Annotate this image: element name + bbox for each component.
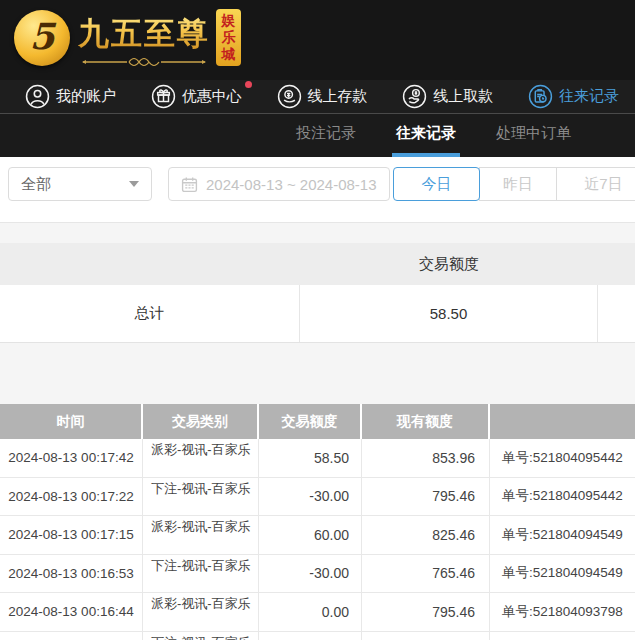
table-rows: 2024-08-13 00:17:42 派彩-视讯-百家乐 58.50 853.… xyxy=(0,439,635,640)
yesterday-button[interactable]: 昨日 xyxy=(479,167,557,201)
user-icon xyxy=(25,84,50,109)
cell-order: 单号:521804095442 xyxy=(490,478,635,516)
nav-item-my-account[interactable]: 我的账户 xyxy=(25,84,116,109)
main-nav: 我的账户 优惠中心 线上存款 线上取款 xyxy=(0,80,635,114)
nav-item-label: 我的账户 xyxy=(56,87,116,106)
table-header-row: 时间 交易类别 交易额度 现有额度 xyxy=(0,404,635,439)
subtab-bar: 投注记录 往来记录 处理中订单 xyxy=(0,114,635,157)
cell-balance: 853.96 xyxy=(362,439,490,477)
col-header-order xyxy=(490,404,635,439)
cell-amount: -30.00 xyxy=(259,478,362,516)
cell-amount: 58.50 xyxy=(259,439,362,477)
transactions-table: 时间 交易类别 交易额度 现有额度 2024-08-13 00:17:42 派彩… xyxy=(0,404,635,640)
cell-order: 单号:521804094549 xyxy=(490,555,635,593)
logo-mark-icon: 5 xyxy=(14,10,70,66)
nav-item-promo-center[interactable]: 优惠中心 xyxy=(151,84,242,109)
badge-char: 城 xyxy=(222,46,236,63)
cell-category: 派彩-视讯-百家乐 xyxy=(143,593,259,631)
cell-order xyxy=(490,632,635,640)
cell-time: 2024-08-13 00:17:15 xyxy=(0,516,143,554)
today-button-label: 今日 xyxy=(422,175,452,194)
type-select[interactable]: 全部 xyxy=(8,167,152,201)
table-row: 2024-08-13 00:16:44 派彩-视讯-百家乐 0.00 795.4… xyxy=(0,593,635,632)
col-header-category: 交易类别 xyxy=(143,404,259,439)
cell-category: 下注-视讯-百家乐 xyxy=(143,632,259,640)
col-header-time: 时间 xyxy=(0,404,143,439)
quick-date-buttons: 今日 昨日 近7日 xyxy=(393,167,635,201)
today-button[interactable]: 今日 xyxy=(393,167,480,201)
cell-balance: 795.46 xyxy=(362,478,490,516)
cell-amount xyxy=(259,632,362,640)
cell-balance: 765.46 xyxy=(362,555,490,593)
withdraw-hand-icon xyxy=(402,84,427,109)
cell-order: 单号:521804095442 xyxy=(490,439,635,477)
table-row: 2024-08-13 00:16:53 下注-视讯-百家乐 -30.00 765… xyxy=(0,555,635,594)
nav-item-online-withdraw[interactable]: 线上取款 xyxy=(402,84,493,109)
subtab-processing-orders[interactable]: 处理中订单 xyxy=(492,114,575,157)
cell-time: 2024-08-13 00:17:42 xyxy=(0,439,143,477)
date-range-input[interactable]: 2024-08-13 ~ 2024-08-13 xyxy=(168,167,390,201)
flourish-ornament xyxy=(81,56,207,68)
subtab-label: 往来记录 xyxy=(396,124,456,143)
table-row: 2024-08-13 00:17:42 派彩-视讯-百家乐 58.50 853.… xyxy=(0,439,635,478)
cell-category: 下注-视讯-百家乐 xyxy=(143,555,259,593)
badge-char: 乐 xyxy=(222,29,236,46)
col-header-amount: 交易额度 xyxy=(259,404,362,439)
nav-item-label: 往来记录 xyxy=(559,87,619,106)
summary-header-row: 交易额度 xyxy=(0,243,635,285)
table-row: 2024-08-13 00:17:22 下注-视讯-百家乐 -30.00 795… xyxy=(0,478,635,517)
notification-dot xyxy=(245,81,252,88)
deposit-coin-icon xyxy=(277,84,302,109)
cell-time: 2024-08-13 00:16:53 xyxy=(0,555,143,593)
table-row: 2024-08-13 00:17:15 派彩-视讯-百家乐 60.00 825.… xyxy=(0,516,635,555)
badge-char: 娱 xyxy=(222,12,236,29)
nav-item-online-deposit[interactable]: 线上存款 xyxy=(277,84,368,109)
date-range-value: 2024-08-13 ~ 2024-08-13 xyxy=(206,176,377,193)
gift-icon xyxy=(151,84,176,109)
nav-item-transaction-records[interactable]: 往来记录 xyxy=(528,84,619,109)
summary-total-row: 总计 58.50 xyxy=(0,285,635,343)
cell-balance xyxy=(362,632,490,640)
cell-balance: 795.46 xyxy=(362,593,490,631)
summary-total-label: 总计 xyxy=(0,285,300,342)
brand-name: 九五至尊 xyxy=(78,13,210,55)
col-header-balance: 现有额度 xyxy=(362,404,490,439)
summary-table: 交易额度 总计 58.50 xyxy=(0,243,635,343)
cell-order: 单号:521804094549 xyxy=(490,516,635,554)
type-select-value: 全部 xyxy=(21,175,51,194)
nav-item-label: 线上取款 xyxy=(433,87,493,106)
cell-amount: -30.00 xyxy=(259,555,362,593)
cell-time: 2024-08-13 00:16:44 xyxy=(0,593,143,631)
subtab-label: 处理中订单 xyxy=(496,124,571,143)
cell-amount: 60.00 xyxy=(259,516,362,554)
table-row: 下注-视讯-百家乐 xyxy=(0,632,635,640)
site-header: 5 九五至尊 娱 乐 城 xyxy=(0,0,635,80)
subtab-transaction-records[interactable]: 往来记录 xyxy=(392,114,460,157)
yesterday-button-label: 昨日 xyxy=(503,175,533,194)
cell-category: 派彩-视讯-百家乐 xyxy=(143,439,259,477)
subtab-label: 投注记录 xyxy=(296,124,356,143)
cell-category: 派彩-视讯-百家乐 xyxy=(143,516,259,554)
nav-item-label: 线上存款 xyxy=(308,87,368,106)
summary-header-amount: 交易额度 xyxy=(300,255,598,274)
last-7-days-button-label: 近7日 xyxy=(584,175,622,194)
cell-balance: 825.46 xyxy=(362,516,490,554)
site-logo[interactable]: 5 九五至尊 娱 乐 城 xyxy=(14,0,241,80)
filter-bar: 全部 2024-08-13 ~ 2024-08-13 今日 昨日 近7日 xyxy=(0,157,635,223)
logo-glyph: 5 xyxy=(29,18,54,54)
last-7-days-button[interactable]: 近7日 xyxy=(556,167,635,201)
chevron-down-icon xyxy=(129,181,139,187)
records-clipboard-icon xyxy=(528,84,553,109)
cell-category: 下注-视讯-百家乐 xyxy=(143,478,259,516)
summary-total-value: 58.50 xyxy=(300,285,598,342)
cell-time xyxy=(0,632,143,640)
brand-badge: 娱 乐 城 xyxy=(216,9,241,66)
cell-amount: 0.00 xyxy=(259,593,362,631)
subtab-betting-records[interactable]: 投注记录 xyxy=(292,114,360,157)
cell-order: 单号:521804093798 xyxy=(490,593,635,631)
calendar-icon xyxy=(181,176,198,193)
cell-time: 2024-08-13 00:17:22 xyxy=(0,478,143,516)
nav-item-label: 优惠中心 xyxy=(182,87,242,106)
